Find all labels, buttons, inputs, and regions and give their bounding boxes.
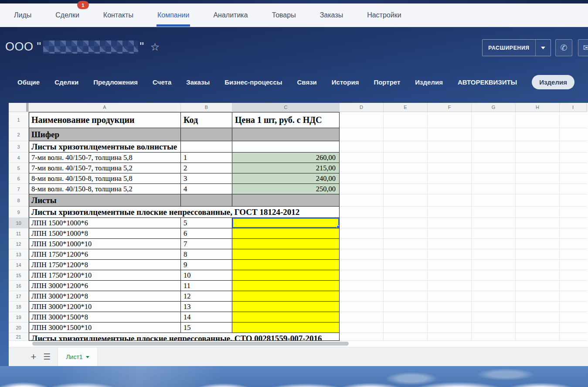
empty-cell-E11[interactable]: [384, 228, 428, 239]
nav-item-заказы[interactable]: Заказы: [320, 11, 343, 19]
cell-B7[interactable]: 4: [181, 184, 232, 194]
empty-cell-H16[interactable]: [516, 281, 560, 291]
row-header-20[interactable]: 20: [9, 322, 29, 333]
empty-cell-E17[interactable]: [384, 291, 428, 302]
empty-cell-I5[interactable]: [560, 163, 587, 173]
empty-cell-G4[interactable]: [472, 153, 516, 163]
row-header-3[interactable]: 3: [9, 141, 29, 153]
empty-cell-D21[interactable]: [340, 333, 384, 341]
empty-cell-G6[interactable]: [472, 173, 516, 184]
cell-B19[interactable]: 14: [181, 312, 232, 322]
column-header-B[interactable]: B: [181, 103, 232, 112]
row-header-17[interactable]: 17: [9, 291, 29, 302]
empty-cell-E5[interactable]: [384, 163, 428, 173]
row-header-16[interactable]: 16: [9, 281, 29, 291]
empty-cell-I17[interactable]: [560, 291, 587, 302]
empty-cell-F10[interactable]: [428, 218, 472, 228]
empty-cell-E7[interactable]: [384, 184, 428, 194]
entity-tab-10[interactable]: Изделия: [415, 78, 443, 86]
cell-C13[interactable]: [232, 249, 340, 260]
empty-cell-I16[interactable]: [560, 281, 587, 291]
cell-C11[interactable]: [232, 228, 340, 239]
empty-cell-H21[interactable]: [516, 333, 560, 341]
empty-cell-I4[interactable]: [560, 153, 587, 163]
empty-cell-D17[interactable]: [340, 291, 384, 302]
cell-B6[interactable]: 3: [181, 173, 232, 184]
row-header-5[interactable]: 5: [9, 163, 29, 173]
empty-cell-I9[interactable]: [560, 207, 587, 218]
empty-cell-G1[interactable]: [472, 112, 516, 128]
empty-cell-G18[interactable]: [472, 302, 516, 312]
cell-B18[interactable]: 13: [181, 302, 232, 312]
column-header-I[interactable]: I: [560, 103, 587, 112]
cell-C17[interactable]: [232, 291, 340, 302]
empty-cell-G19[interactable]: [472, 312, 516, 322]
cell-A8[interactable]: Листы: [29, 194, 181, 207]
row-header-10[interactable]: 10: [9, 218, 29, 228]
empty-cell-F12[interactable]: [428, 239, 472, 249]
add-sheet-button[interactable]: +: [27, 350, 40, 363]
empty-cell-H17[interactable]: [516, 291, 560, 302]
cell-A12[interactable]: ЛПН 1500*1000*10: [29, 239, 181, 249]
empty-cell-E10[interactable]: [384, 218, 428, 228]
empty-cell-G12[interactable]: [472, 239, 516, 249]
empty-cell-D13[interactable]: [340, 249, 384, 260]
cell-B8[interactable]: [181, 194, 232, 207]
empty-cell-G2[interactable]: [472, 128, 516, 141]
empty-cell-I1[interactable]: [560, 112, 587, 128]
empty-cell-E14[interactable]: [384, 260, 428, 270]
cell-A21[interactable]: Листы хризотилцементные плоские непрессо…: [29, 333, 340, 341]
empty-cell-H6[interactable]: [516, 173, 560, 184]
empty-cell-G16[interactable]: [472, 281, 516, 291]
nav-item-товары[interactable]: Товары: [272, 11, 296, 19]
extensions-dropdown-button[interactable]: [536, 47, 551, 49]
cell-B1[interactable]: Код: [181, 112, 232, 128]
empty-cell-F5[interactable]: [428, 163, 472, 173]
empty-cell-F18[interactable]: [428, 302, 472, 312]
empty-cell-I21[interactable]: [560, 333, 587, 341]
empty-cell-D9[interactable]: [340, 207, 384, 218]
sheet-tab[interactable]: Лист1: [58, 347, 97, 367]
entity-tab-2[interactable]: Сделки: [54, 78, 78, 86]
cell-A4[interactable]: 7-ми волн. 40/150-7, толщина 5,8: [29, 153, 181, 163]
empty-cell-E18[interactable]: [384, 302, 428, 312]
empty-cell-I2[interactable]: [560, 128, 587, 141]
empty-cell-F9[interactable]: [428, 207, 472, 218]
cell-B16[interactable]: 11: [181, 281, 232, 291]
entity-tab-4[interactable]: Счета: [153, 78, 171, 86]
empty-cell-F15[interactable]: [428, 270, 472, 281]
empty-cell-E13[interactable]: [384, 249, 428, 260]
cell-C2[interactable]: [232, 128, 340, 141]
cell-B17[interactable]: 12: [181, 291, 232, 302]
entity-tab-12[interactable]: Изделия: [532, 75, 574, 89]
cell-B12[interactable]: 7: [181, 239, 232, 249]
entity-tab-1[interactable]: Общие: [17, 78, 40, 86]
entity-tab-7[interactable]: Связи: [297, 78, 317, 86]
horizontal-scrollbar-thumb[interactable]: [32, 342, 349, 346]
empty-cell-G3[interactable]: [472, 141, 516, 153]
cell-B11[interactable]: 6: [181, 228, 232, 239]
empty-cell-H13[interactable]: [516, 249, 560, 260]
empty-cell-I6[interactable]: [560, 173, 587, 184]
cell-C15[interactable]: [232, 270, 340, 281]
empty-cell-H11[interactable]: [516, 228, 560, 239]
empty-cell-D11[interactable]: [340, 228, 384, 239]
cell-C1[interactable]: Цена 1 шт, руб. с НДС: [232, 112, 340, 128]
empty-cell-F17[interactable]: [428, 291, 472, 302]
entity-tab-5[interactable]: Заказы: [186, 78, 210, 86]
cell-C4[interactable]: 260,00: [232, 153, 340, 163]
row-header-18[interactable]: 18: [9, 302, 29, 312]
cell-A16[interactable]: ЛПН 3000*1200*6: [29, 281, 181, 291]
empty-cell-E12[interactable]: [384, 239, 428, 249]
empty-cell-E2[interactable]: [384, 128, 428, 141]
cell-A10[interactable]: ЛПН 1500*1000*6: [29, 218, 181, 228]
cell-A17[interactable]: ЛПН 3000*1200*8: [29, 291, 181, 302]
empty-cell-F8[interactable]: [428, 194, 472, 207]
cell-C7[interactable]: 250,00: [232, 184, 340, 194]
sheet-list-button[interactable]: ☰: [40, 350, 53, 363]
empty-cell-F3[interactable]: [428, 141, 472, 153]
empty-cell-D7[interactable]: [340, 184, 384, 194]
empty-cell-F4[interactable]: [428, 153, 472, 163]
empty-cell-H20[interactable]: [516, 322, 560, 333]
column-header-H[interactable]: H: [516, 103, 560, 112]
